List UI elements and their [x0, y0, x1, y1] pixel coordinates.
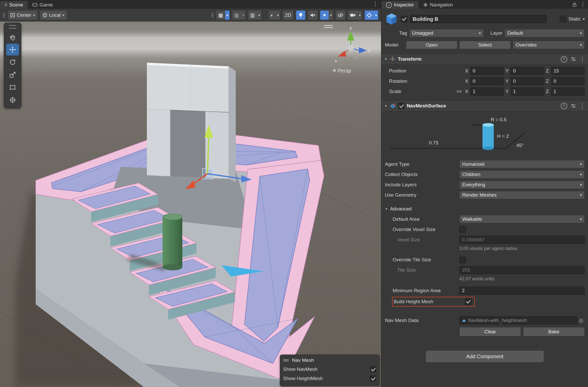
overlay-drag-handle-icon[interactable] — [283, 359, 289, 362]
lock-icon[interactable] — [573, 2, 576, 7]
help-icon[interactable]: ? — [561, 103, 567, 109]
presets-icon[interactable] — [571, 57, 576, 61]
transform-tool-button[interactable] — [6, 94, 19, 106]
tab-game[interactable]: Game — [28, 1, 58, 9]
ruler-icon[interactable]: ▥ — [248, 11, 257, 20]
rotation-y-input[interactable]: 0 — [510, 77, 544, 85]
gizmos-caret-icon[interactable]: ▾ — [374, 11, 378, 20]
position-x-input[interactable]: 0 — [470, 67, 504, 75]
foldout-arrow-icon[interactable]: ▼ — [384, 57, 387, 61]
rotation-x-input[interactable]: 0 — [470, 77, 504, 85]
show-heightmesh-checkbox[interactable] — [370, 375, 376, 382]
gameobject-active-checkbox[interactable] — [401, 16, 407, 22]
presets-icon[interactable] — [571, 104, 576, 108]
nav-mesh-data-field[interactable]: NavMesh-with_heightmesh — [459, 316, 577, 325]
scale-tool-button[interactable] — [6, 69, 19, 81]
shading-caret-icon[interactable]: ▾ — [276, 11, 280, 20]
override-voxel-checkbox[interactable] — [459, 226, 466, 233]
scene-visibility-toggle-button[interactable] — [335, 10, 346, 20]
gameobject-name-input[interactable]: Building B — [410, 15, 547, 23]
gizmos-toggle-split-button[interactable]: ▾ — [364, 10, 378, 20]
grid-snap-split-button[interactable]: ▦ ▾ — [232, 10, 246, 20]
component-menu-icon[interactable]: ⋮ — [580, 56, 585, 62]
snap-increment-split-button[interactable]: ▥ ▾ — [248, 10, 262, 20]
collect-objects-dropdown[interactable]: Children ▾ — [459, 170, 585, 179]
foldout-arrow-icon[interactable]: ▼ — [384, 104, 387, 107]
include-layers-dropdown[interactable]: Everything ▾ — [459, 181, 585, 189]
bake-button[interactable]: Bake — [523, 327, 585, 336]
rotation-z-input[interactable]: 0 — [551, 77, 585, 85]
rotate-tool-button[interactable] — [6, 56, 19, 68]
shaded-sphere-icon[interactable]: ◐ — [269, 11, 276, 20]
tag-dropdown[interactable]: Untagged ▾ — [409, 29, 484, 37]
clear-button[interactable]: Clear — [459, 327, 521, 336]
scene-lighting-toggle-button[interactable] — [296, 10, 306, 20]
help-icon[interactable]: ? — [561, 56, 567, 62]
snap-increment-caret-icon[interactable]: ▾ — [257, 11, 261, 20]
override-voxel-label: Override Voxel Size — [385, 227, 459, 232]
rotation-row: Rotation X 0 Y 0 Z 0 — [385, 76, 585, 86]
override-tile-checkbox[interactable] — [459, 256, 466, 263]
tool-handle-pivot-dropdown[interactable]: Center ▾ — [7, 10, 38, 20]
scale-link-icon[interactable] — [455, 90, 463, 93]
default-area-dropdown[interactable]: Walkable ▾ — [459, 215, 585, 223]
effects-caret-icon[interactable]: ▾ — [329, 11, 333, 20]
add-component-button[interactable]: Add Component — [426, 351, 544, 362]
shading-mode-split-button[interactable]: ◐ ▾ — [268, 10, 280, 20]
tab-navigation[interactable]: Navigation — [419, 1, 458, 9]
advanced-foldout[interactable]: ▼ Advanced — [385, 204, 585, 214]
tool-handle-rotation-dropdown[interactable]: Local ▾ — [40, 10, 67, 20]
overlay-collapsed-handle[interactable] — [324, 25, 333, 29]
position-z-input[interactable]: 15 — [551, 67, 585, 75]
overrides-dropdown[interactable]: Overrides ▾ — [513, 41, 585, 49]
tile-size-hint: 42.67 world units — [459, 275, 585, 282]
scene-camera-split-button[interactable]: ▾ — [348, 10, 362, 20]
object-picker-icon[interactable]: ◎ — [577, 317, 585, 324]
camera-icon[interactable] — [348, 11, 358, 20]
position-y-input[interactable]: 0 — [510, 67, 544, 75]
toolbar-drag-handle-icon[interactable] — [3, 13, 5, 18]
nav-mesh-data-value: NavMesh-with_heightmesh — [468, 318, 527, 323]
effects-sparkle-icon[interactable]: ✦ — [320, 11, 329, 20]
snap-options-caret-icon[interactable]: ▾ — [241, 11, 245, 20]
agent-type-dropdown[interactable]: Humanoid ▾ — [459, 160, 585, 168]
navmeshsurface-component-header[interactable]: ▼ NavMeshSurface ? ⋮ — [381, 100, 588, 112]
tab-inspector[interactable]: i Inspector — [381, 1, 419, 9]
component-enabled-checkbox[interactable] — [398, 103, 404, 109]
snap-grid-icon[interactable]: ▦ — [232, 11, 241, 20]
scale-x-input[interactable]: 1 — [470, 87, 504, 96]
inspector-menu-icon[interactable]: ⋮ — [580, 2, 586, 7]
scale-z-input[interactable]: 1 — [551, 87, 585, 96]
scene-audio-toggle-button[interactable] — [308, 10, 318, 20]
view-hand-tool-button[interactable] — [6, 31, 19, 43]
tab-scene[interactable]: # Scene — [0, 1, 28, 9]
palette-drag-handle-icon[interactable] — [9, 25, 16, 29]
static-checkbox[interactable] — [560, 16, 566, 22]
move-tool-button[interactable] — [6, 44, 19, 56]
2d-toggle-button[interactable]: 2D — [282, 10, 294, 20]
static-flags-caret-icon[interactable]: ▾ — [583, 17, 585, 21]
grid-options-caret-icon[interactable]: ▾ — [225, 11, 230, 20]
grid-visibility-split-button[interactable]: ▦ ▾ — [216, 10, 230, 20]
scene-viewport-canvas[interactable]: y x z Persp — [0, 22, 381, 387]
camera-caret-icon[interactable]: ▾ — [358, 11, 362, 20]
show-navmesh-checkbox[interactable] — [370, 366, 376, 372]
scene-tab-menu-icon[interactable]: ⋮ — [372, 1, 378, 7]
scene-viewport[interactable]: y x z Persp Nav Mesh Show NavMesh — [0, 22, 381, 387]
use-geometry-dropdown[interactable]: Render Meshes ▾ — [459, 191, 585, 199]
scale-y-input[interactable]: 1 — [510, 87, 544, 96]
scene-effects-split-button[interactable]: ✦ ▾ — [320, 10, 333, 20]
transform-component-header[interactable]: ▼ Transform ? ⋮ — [381, 53, 588, 65]
model-select-button[interactable]: Select — [459, 41, 511, 49]
grid-icon[interactable]: ▦ — [216, 11, 225, 20]
rect-tool-button[interactable] — [6, 81, 19, 93]
min-region-input[interactable]: 2 — [459, 287, 585, 295]
component-menu-icon[interactable]: ⋮ — [580, 103, 585, 109]
layer-dropdown[interactable]: Default ▾ — [505, 29, 585, 37]
model-open-button[interactable]: Open — [406, 41, 457, 49]
gizmo-crosshair-icon[interactable] — [365, 11, 374, 20]
toolbar-drag-handle-icon[interactable] — [211, 13, 214, 18]
tab-game-label: Game — [40, 2, 53, 8]
view-orientation-gizmo[interactable]: y x z Persp — [332, 25, 370, 73]
build-height-mesh-checkbox[interactable] — [465, 298, 472, 305]
